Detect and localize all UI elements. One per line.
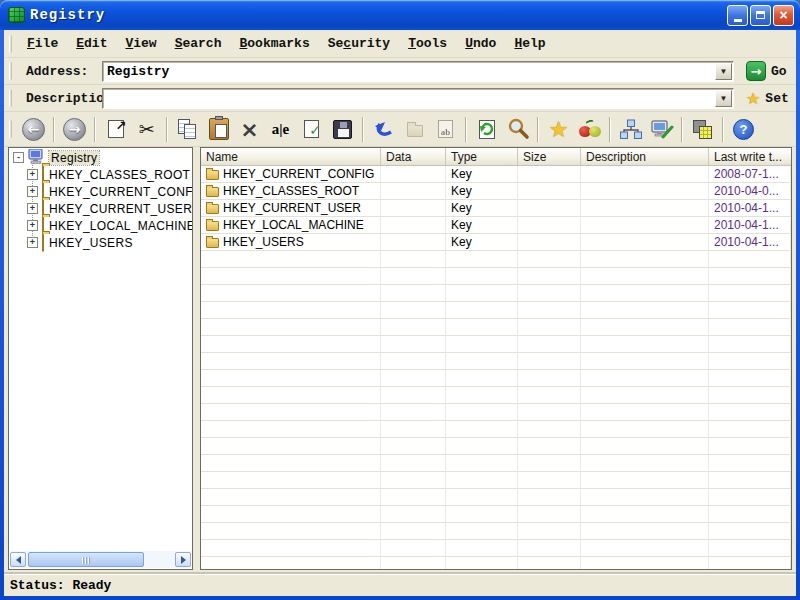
address-gripper[interactable] xyxy=(9,62,12,80)
save-button[interactable] xyxy=(327,115,358,144)
list-row-hkey-users[interactable]: HKEY_USERS Key 2010-04-1... xyxy=(201,234,791,251)
description-combobox[interactable]: ▼ xyxy=(102,88,734,109)
export-button[interactable]: ↗ xyxy=(100,115,131,144)
scrollbar-thumb[interactable] xyxy=(28,552,144,567)
list-row-hkey-local-machine[interactable]: HKEY_LOCAL_MACHINE Key 2010-04-1... xyxy=(201,217,791,234)
tree-horizontal-scrollbar[interactable] xyxy=(10,551,191,568)
tree-node-hkey-local-machine[interactable]: + HKEY_LOCAL_MACHINE xyxy=(9,217,192,234)
menu-bookmarks[interactable]: Bookmarks xyxy=(230,33,318,54)
menu-search[interactable]: Search xyxy=(166,33,231,54)
menubar-gripper[interactable] xyxy=(9,35,12,53)
folder-icon xyxy=(206,187,219,197)
back-button[interactable]: ← xyxy=(18,115,49,144)
maximize-icon xyxy=(756,11,765,19)
list-empty-row xyxy=(201,421,791,438)
list-row-hkey-current-config[interactable]: HKEY_CURRENT_CONFIG Key 2008-07-1... xyxy=(201,166,791,183)
collapse-icon[interactable]: - xyxy=(13,152,24,163)
help-button[interactable]: ? xyxy=(728,115,759,144)
list-empty-row xyxy=(201,268,791,285)
main-area: - Registry + xyxy=(4,147,796,570)
maximize-button[interactable] xyxy=(750,5,771,26)
chevron-down-icon: ▼ xyxy=(720,94,728,103)
toolbar-gripper[interactable] xyxy=(9,120,12,138)
description-gripper[interactable] xyxy=(9,89,12,107)
paste-button[interactable] xyxy=(203,115,234,144)
scroll-left-button[interactable] xyxy=(10,552,26,567)
column-header-data[interactable]: Data xyxy=(381,148,446,165)
tree-node-hkey-classes-root[interactable]: + HKEY_CLASSES_ROOT xyxy=(9,166,192,183)
column-header-name[interactable]: Name xyxy=(201,148,381,165)
tree-node-hkey-current-config[interactable]: + HKEY_CURRENT_CONFIG xyxy=(9,183,192,200)
expand-icon[interactable]: + xyxy=(27,203,38,214)
copy-button[interactable] xyxy=(172,115,203,144)
menu-tools[interactable]: Tools xyxy=(399,33,456,54)
menu-edit[interactable]: Edit xyxy=(67,33,116,54)
remote-edit-button[interactable] xyxy=(646,115,677,144)
cut-button[interactable]: ✂ xyxy=(131,115,162,144)
expand-icon[interactable]: + xyxy=(27,220,38,231)
title-bar[interactable]: Registry × xyxy=(0,0,800,30)
refresh-button[interactable] xyxy=(471,115,502,144)
new-key-icon xyxy=(407,125,423,137)
expand-icon[interactable]: + xyxy=(27,237,38,248)
list-header: Name Data Type Size Description Last wri… xyxy=(201,148,791,166)
network-button[interactable] xyxy=(615,115,646,144)
find-button[interactable] xyxy=(502,115,533,144)
tree-node-label[interactable]: HKEY_USERS xyxy=(47,236,135,250)
status-text: Status: Ready xyxy=(10,578,111,593)
menu-view[interactable]: View xyxy=(116,33,165,54)
verify-button[interactable]: ✓ xyxy=(296,115,327,144)
computer-pen-icon xyxy=(650,118,674,141)
expand-icon[interactable]: + xyxy=(27,169,38,180)
toolbar-separator xyxy=(681,117,683,142)
delete-button[interactable]: × xyxy=(234,115,265,144)
undo-button[interactable] xyxy=(368,115,399,144)
bookmark-button[interactable]: ★ xyxy=(543,115,574,144)
close-button[interactable]: × xyxy=(773,5,794,26)
column-header-description[interactable]: Description xyxy=(581,148,709,165)
copy-icon xyxy=(176,118,200,140)
set-button[interactable]: ★ Set xyxy=(746,89,789,108)
toolbar-separator xyxy=(362,117,364,142)
scroll-right-button[interactable] xyxy=(175,552,191,567)
rename-button[interactable]: a|e xyxy=(265,115,296,144)
menu-undo[interactable]: Undo xyxy=(456,33,505,54)
address-bar: Address: Registry ▼ → Go xyxy=(4,58,796,85)
column-header-last-write[interactable]: Last write t... xyxy=(709,148,791,165)
list-row-hkey-classes-root[interactable]: HKEY_CLASSES_ROOT Key 2010-04-0... xyxy=(201,183,791,200)
go-button[interactable]: → Go xyxy=(746,61,787,81)
layers-button[interactable] xyxy=(687,115,718,144)
address-value[interactable]: Registry xyxy=(103,62,733,79)
minimize-button[interactable] xyxy=(727,5,748,26)
address-combobox[interactable]: Registry ▼ xyxy=(102,61,734,82)
column-header-type[interactable]: Type xyxy=(446,148,518,165)
tree-node-root[interactable]: - Registry xyxy=(9,149,192,166)
arrow-left-icon xyxy=(12,556,21,564)
tree-node-label[interactable]: HKEY_LOCAL_MACHINE xyxy=(47,219,192,233)
list-empty-row xyxy=(201,319,791,336)
forward-icon: → xyxy=(63,118,86,141)
panel-splitter[interactable] xyxy=(193,147,200,570)
tree-node-label[interactable]: Registry xyxy=(49,151,99,165)
list-empty-row xyxy=(201,506,791,523)
list-empty-row xyxy=(201,251,791,268)
tree-node-label[interactable]: HKEY_CURRENT_USER xyxy=(47,202,192,216)
compare-button[interactable] xyxy=(574,115,605,144)
tree-node-hkey-current-user[interactable]: + HKEY_CURRENT_USER xyxy=(9,200,192,217)
forward-button[interactable]: → xyxy=(59,115,90,144)
address-dropdown-button[interactable]: ▼ xyxy=(715,63,732,80)
menu-help[interactable]: Help xyxy=(505,33,554,54)
description-dropdown-button[interactable]: ▼ xyxy=(715,90,732,107)
tree-node-label[interactable]: HKEY_CLASSES_ROOT xyxy=(47,168,192,182)
tree-node-label[interactable]: HKEY_CURRENT_CONFIG xyxy=(47,185,192,199)
column-header-size[interactable]: Size xyxy=(518,148,581,165)
list-row-hkey-current-user[interactable]: HKEY_CURRENT_USER Key 2010-04-1... xyxy=(201,200,791,217)
menu-security[interactable]: Security xyxy=(319,33,399,54)
toolbar: ← → ↗ ✂ × a|e ✓ ab xyxy=(4,112,796,147)
export-icon: ↗ xyxy=(108,120,124,138)
new-value-button: ab xyxy=(430,115,461,144)
description-value[interactable] xyxy=(103,89,733,91)
expand-icon[interactable]: + xyxy=(27,186,38,197)
tree-node-hkey-users[interactable]: + HKEY_USERS xyxy=(9,234,192,251)
menu-file[interactable]: File xyxy=(18,33,67,54)
